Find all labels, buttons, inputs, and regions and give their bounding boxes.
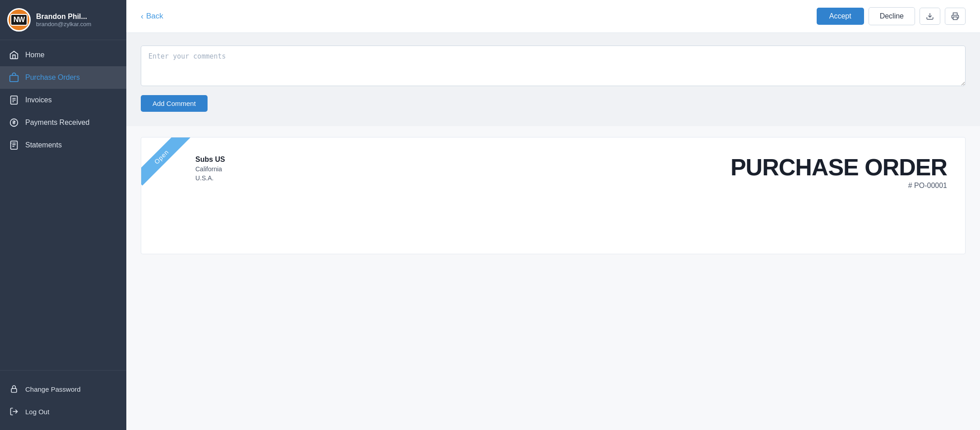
sidebar-item-change-password[interactable]: Change Password: [0, 378, 126, 400]
svg-rect-14: [953, 17, 957, 20]
doc-company-name: Subs US: [195, 156, 225, 164]
sidebar: NW Brandon Phil... brandon@zylkar.com Ho…: [0, 0, 126, 430]
doc-po-number: # PO-00001: [908, 182, 947, 190]
sidebar-item-home[interactable]: Home: [0, 44, 126, 66]
sidebar-item-payments-received[interactable]: Payments Received: [0, 111, 126, 134]
sidebar-item-log-out[interactable]: Log Out: [0, 400, 126, 423]
doc-title-block: PURCHASE ORDER # PO-00001: [730, 156, 947, 190]
document-card: Open Subs US California U.S.A. PURCHASE …: [141, 137, 966, 254]
sidebar-item-home-label: Home: [25, 51, 45, 59]
chevron-left-icon: ‹: [141, 12, 143, 21]
sidebar-logo: NW: [7, 8, 31, 32]
sidebar-user-info: Brandon Phil... brandon@zylkar.com: [36, 13, 91, 27]
payment-icon: [9, 118, 19, 128]
sidebar-item-log-out-label: Log Out: [25, 408, 49, 416]
topbar-actions: Accept Decline: [817, 7, 966, 25]
doc-address-line2: U.S.A.: [195, 174, 225, 182]
home-icon: [9, 50, 19, 60]
sidebar-email: brandon@zylkar.com: [36, 21, 91, 27]
doc-address-block: Subs US California U.S.A.: [195, 156, 225, 182]
back-button[interactable]: ‹ Back: [141, 12, 163, 21]
logout-icon: [9, 407, 19, 416]
print-button[interactable]: [945, 8, 966, 25]
document-content: Subs US California U.S.A. PURCHASE ORDER…: [159, 156, 947, 190]
sidebar-item-invoices[interactable]: Invoices: [0, 89, 126, 111]
sidebar-item-purchase-orders[interactable]: Purchase Orders: [0, 66, 126, 89]
sidebar-nav: Home Purchase Orders Invoi: [0, 40, 126, 370]
svg-rect-11: [11, 389, 17, 392]
doc-address-line1: California: [195, 165, 225, 173]
decline-button[interactable]: Decline: [869, 7, 915, 25]
statement-icon: [9, 140, 19, 150]
topbar: ‹ Back Accept Decline: [126, 0, 980, 33]
logo-text: NW: [10, 14, 28, 26]
add-comment-button[interactable]: Add Comment: [141, 95, 208, 112]
lock-icon: [9, 384, 19, 394]
download-button[interactable]: [920, 8, 940, 25]
download-icon: [926, 12, 934, 20]
invoice-icon: [9, 95, 19, 105]
sidebar-item-change-password-label: Change Password: [25, 385, 81, 393]
sidebar-username: Brandon Phil...: [36, 13, 91, 21]
svg-rect-0: [10, 75, 18, 82]
comment-input[interactable]: [141, 46, 966, 86]
document-area: Open Subs US California U.S.A. PURCHASE …: [126, 126, 980, 265]
sidebar-item-payments-received-label: Payments Received: [25, 119, 89, 127]
print-icon: [951, 12, 959, 20]
accept-button[interactable]: Accept: [817, 8, 864, 25]
main-content: Add Comment Open Subs US California U.S.…: [126, 33, 980, 430]
bag-icon: [9, 73, 19, 82]
doc-title: PURCHASE ORDER: [730, 156, 947, 179]
sidebar-header: NW Brandon Phil... brandon@zylkar.com: [0, 0, 126, 40]
sidebar-item-purchase-orders-label: Purchase Orders: [25, 73, 80, 82]
back-label: Back: [146, 12, 163, 21]
sidebar-item-statements-label: Statements: [25, 141, 62, 149]
sidebar-item-invoices-label: Invoices: [25, 96, 52, 104]
sidebar-bottom-nav: Change Password Log Out: [0, 370, 126, 430]
comment-section: Add Comment: [126, 33, 980, 126]
sidebar-item-statements[interactable]: Statements: [0, 134, 126, 156]
main-area: ‹ Back Accept Decline: [126, 0, 980, 430]
